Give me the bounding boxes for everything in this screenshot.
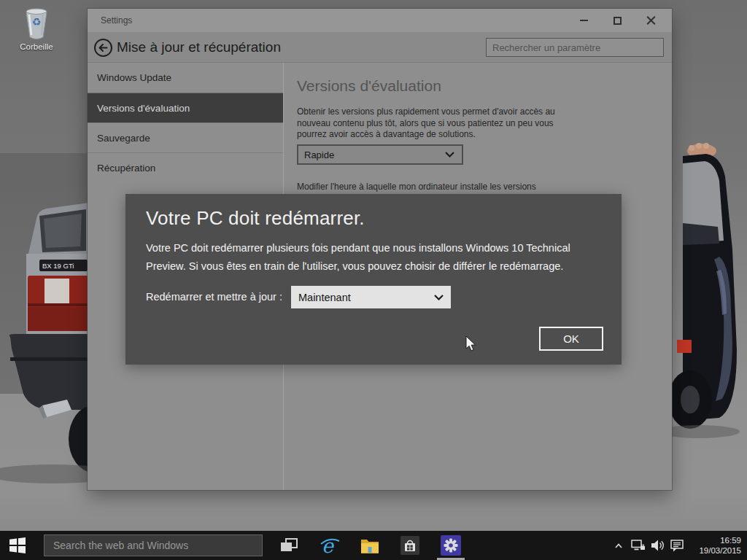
- maximize-icon: [614, 17, 622, 25]
- window-titlebar[interactable]: Settings: [88, 9, 672, 32]
- schedule-install-link[interactable]: Modifier l'heure à laquelle mon ordinate…: [297, 181, 568, 192]
- sidebar-item-sauvegarde[interactable]: Sauvegarde: [88, 122, 283, 152]
- window-title: Settings: [101, 9, 132, 32]
- maximize-button[interactable]: [600, 9, 634, 32]
- sidebar-item-versions-evaluation[interactable]: Versions d'évaluation: [88, 93, 283, 122]
- section-heading: Versions d'évaluation: [297, 77, 441, 95]
- dialog-title: Votre PC doit redémarrer.: [146, 207, 365, 230]
- restart-time-dropdown[interactable]: Maintenant: [291, 286, 451, 308]
- action-center-button[interactable]: [667, 531, 686, 560]
- task-view-icon: [279, 537, 298, 553]
- ring-speed-dropdown[interactable]: Rapide: [297, 144, 463, 165]
- tray-expand-button[interactable]: [608, 531, 628, 560]
- section-description: Obtenir les versions plus rapidement vou…: [297, 106, 555, 141]
- page-title: Mise à jour et récupération: [117, 32, 281, 63]
- sidebar-item-recuperation[interactable]: Récupération: [88, 152, 283, 182]
- recycle-bin[interactable]: ♻ Corbeille: [10, 6, 63, 51]
- sidebar-item-windows-update[interactable]: Windows Update: [88, 63, 283, 93]
- svg-text:e: e: [322, 535, 335, 556]
- clock-time: 16:59: [720, 535, 741, 545]
- clock-date: 19/03/2015: [699, 545, 741, 556]
- mouse-cursor: [465, 335, 479, 353]
- back-arrow-icon: [93, 38, 113, 58]
- minimize-button[interactable]: [567, 9, 600, 32]
- desktop: BX 19 GTi: [0, 0, 747, 560]
- volume-icon: [651, 540, 665, 551]
- network-button[interactable]: [628, 531, 648, 560]
- recycle-bin-label: Corbeille: [20, 42, 53, 51]
- chevron-down-icon: [445, 152, 454, 158]
- restart-dialog: Votre PC doit redémarrer. Votre PC doit …: [125, 194, 622, 365]
- recycle-bin-icon: ♻: [21, 6, 52, 41]
- close-button[interactable]: [634, 9, 667, 32]
- action-center-icon: [670, 540, 684, 552]
- settings-app-button[interactable]: [435, 531, 467, 560]
- internet-explorer-button[interactable]: e: [314, 531, 346, 560]
- internet-explorer-icon: e: [320, 535, 340, 556]
- ok-button[interactable]: OK: [539, 327, 603, 351]
- dialog-body-text: Votre PC doit redémarrer plusieurs fois …: [146, 239, 570, 276]
- store-icon: [400, 536, 419, 555]
- taskbar: e: [0, 531, 747, 560]
- minimize-icon: [580, 20, 588, 21]
- restart-time-value: Maintenant: [298, 292, 351, 303]
- close-icon: [646, 16, 656, 26]
- taskbar-clock[interactable]: 16:59 19/03/2015: [686, 531, 741, 560]
- settings-gear-icon: [441, 535, 461, 556]
- ring-speed-value: Rapide: [304, 149, 334, 160]
- car-badge-text: BX 19 GTi: [42, 262, 74, 270]
- chevron-up-icon: [615, 543, 622, 548]
- volume-button[interactable]: [648, 531, 667, 560]
- file-explorer-icon: [360, 537, 379, 553]
- network-icon: [631, 540, 646, 552]
- start-button[interactable]: [0, 531, 35, 560]
- chevron-down-icon: [434, 295, 444, 300]
- restart-update-label: Redémarrer et mettre à jour :: [146, 286, 282, 308]
- store-button[interactable]: [394, 531, 426, 560]
- recycle-symbol: ♻: [21, 16, 52, 28]
- settings-search-input[interactable]: [486, 38, 664, 57]
- file-explorer-button[interactable]: [354, 531, 386, 560]
- windows-logo-icon: [9, 537, 26, 553]
- taskbar-search-input[interactable]: [44, 534, 263, 556]
- task-view-button[interactable]: [273, 531, 305, 560]
- back-button[interactable]: [93, 38, 113, 58]
- page-header: Mise à jour et récupération: [88, 32, 672, 63]
